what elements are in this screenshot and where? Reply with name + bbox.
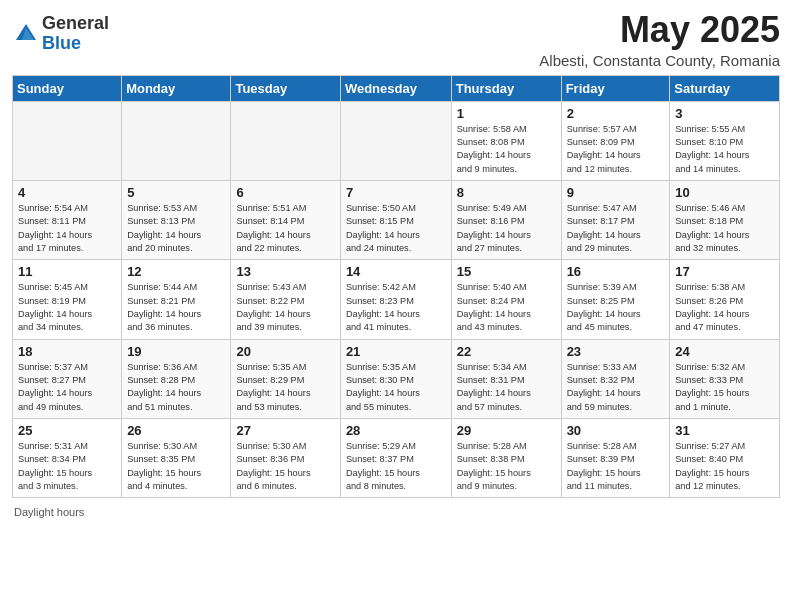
calendar-cell: 20Sunrise: 5:35 AM Sunset: 8:29 PM Dayli… (231, 339, 340, 418)
calendar-cell: 30Sunrise: 5:28 AM Sunset: 8:39 PM Dayli… (561, 419, 670, 498)
day-number: 15 (457, 264, 556, 279)
day-number: 7 (346, 185, 446, 200)
day-info: Sunrise: 5:35 AM Sunset: 8:30 PM Dayligh… (346, 361, 446, 414)
calendar-cell: 19Sunrise: 5:36 AM Sunset: 8:28 PM Dayli… (122, 339, 231, 418)
day-info: Sunrise: 5:33 AM Sunset: 8:32 PM Dayligh… (567, 361, 665, 414)
calendar-cell: 17Sunrise: 5:38 AM Sunset: 8:26 PM Dayli… (670, 260, 780, 339)
day-number: 18 (18, 344, 116, 359)
weekday-header-sunday: Sunday (13, 75, 122, 101)
calendar-cell: 12Sunrise: 5:44 AM Sunset: 8:21 PM Dayli… (122, 260, 231, 339)
calendar-cell: 25Sunrise: 5:31 AM Sunset: 8:34 PM Dayli… (13, 419, 122, 498)
day-info: Sunrise: 5:45 AM Sunset: 8:19 PM Dayligh… (18, 281, 116, 334)
day-number: 20 (236, 344, 334, 359)
footer: Daylight hours (12, 506, 780, 518)
day-number: 29 (457, 423, 556, 438)
calendar-cell (122, 101, 231, 180)
day-info: Sunrise: 5:31 AM Sunset: 8:34 PM Dayligh… (18, 440, 116, 493)
page-header: General Blue May 2025 Albesti, Constanta… (12, 10, 780, 69)
day-info: Sunrise: 5:40 AM Sunset: 8:24 PM Dayligh… (457, 281, 556, 334)
weekday-header-wednesday: Wednesday (340, 75, 451, 101)
calendar-week-3: 11Sunrise: 5:45 AM Sunset: 8:19 PM Dayli… (13, 260, 780, 339)
day-info: Sunrise: 5:43 AM Sunset: 8:22 PM Dayligh… (236, 281, 334, 334)
day-info: Sunrise: 5:34 AM Sunset: 8:31 PM Dayligh… (457, 361, 556, 414)
day-info: Sunrise: 5:37 AM Sunset: 8:27 PM Dayligh… (18, 361, 116, 414)
day-info: Sunrise: 5:39 AM Sunset: 8:25 PM Dayligh… (567, 281, 665, 334)
day-number: 30 (567, 423, 665, 438)
logo-text: General Blue (42, 14, 109, 54)
calendar-cell: 29Sunrise: 5:28 AM Sunset: 8:38 PM Dayli… (451, 419, 561, 498)
weekday-header-monday: Monday (122, 75, 231, 101)
day-number: 25 (18, 423, 116, 438)
calendar-cell: 8Sunrise: 5:49 AM Sunset: 8:16 PM Daylig… (451, 180, 561, 259)
day-number: 2 (567, 106, 665, 121)
day-info: Sunrise: 5:28 AM Sunset: 8:39 PM Dayligh… (567, 440, 665, 493)
calendar-cell: 18Sunrise: 5:37 AM Sunset: 8:27 PM Dayli… (13, 339, 122, 418)
calendar-cell: 16Sunrise: 5:39 AM Sunset: 8:25 PM Dayli… (561, 260, 670, 339)
calendar-cell: 6Sunrise: 5:51 AM Sunset: 8:14 PM Daylig… (231, 180, 340, 259)
calendar-cell: 26Sunrise: 5:30 AM Sunset: 8:35 PM Dayli… (122, 419, 231, 498)
calendar-cell (231, 101, 340, 180)
weekday-header-saturday: Saturday (670, 75, 780, 101)
day-number: 5 (127, 185, 225, 200)
logo-icon (12, 20, 40, 48)
day-info: Sunrise: 5:57 AM Sunset: 8:09 PM Dayligh… (567, 123, 665, 176)
calendar-cell: 28Sunrise: 5:29 AM Sunset: 8:37 PM Dayli… (340, 419, 451, 498)
day-number: 26 (127, 423, 225, 438)
weekday-header-tuesday: Tuesday (231, 75, 340, 101)
calendar-cell: 22Sunrise: 5:34 AM Sunset: 8:31 PM Dayli… (451, 339, 561, 418)
day-info: Sunrise: 5:36 AM Sunset: 8:28 PM Dayligh… (127, 361, 225, 414)
calendar-cell: 15Sunrise: 5:40 AM Sunset: 8:24 PM Dayli… (451, 260, 561, 339)
calendar-cell: 31Sunrise: 5:27 AM Sunset: 8:40 PM Dayli… (670, 419, 780, 498)
day-info: Sunrise: 5:35 AM Sunset: 8:29 PM Dayligh… (236, 361, 334, 414)
day-info: Sunrise: 5:32 AM Sunset: 8:33 PM Dayligh… (675, 361, 774, 414)
day-info: Sunrise: 5:46 AM Sunset: 8:18 PM Dayligh… (675, 202, 774, 255)
calendar-cell: 13Sunrise: 5:43 AM Sunset: 8:22 PM Dayli… (231, 260, 340, 339)
day-info: Sunrise: 5:49 AM Sunset: 8:16 PM Dayligh… (457, 202, 556, 255)
day-info: Sunrise: 5:42 AM Sunset: 8:23 PM Dayligh… (346, 281, 446, 334)
calendar-week-5: 25Sunrise: 5:31 AM Sunset: 8:34 PM Dayli… (13, 419, 780, 498)
calendar-cell: 7Sunrise: 5:50 AM Sunset: 8:15 PM Daylig… (340, 180, 451, 259)
day-info: Sunrise: 5:53 AM Sunset: 8:13 PM Dayligh… (127, 202, 225, 255)
day-number: 12 (127, 264, 225, 279)
day-number: 22 (457, 344, 556, 359)
calendar-cell: 1Sunrise: 5:58 AM Sunset: 8:08 PM Daylig… (451, 101, 561, 180)
month-title: May 2025 (539, 10, 780, 50)
calendar-body: 1Sunrise: 5:58 AM Sunset: 8:08 PM Daylig… (13, 101, 780, 498)
day-number: 28 (346, 423, 446, 438)
weekday-header-thursday: Thursday (451, 75, 561, 101)
day-info: Sunrise: 5:27 AM Sunset: 8:40 PM Dayligh… (675, 440, 774, 493)
day-number: 9 (567, 185, 665, 200)
daylight-hours-label: Daylight hours (14, 506, 84, 518)
day-info: Sunrise: 5:55 AM Sunset: 8:10 PM Dayligh… (675, 123, 774, 176)
day-number: 31 (675, 423, 774, 438)
day-number: 11 (18, 264, 116, 279)
day-number: 3 (675, 106, 774, 121)
day-number: 21 (346, 344, 446, 359)
day-number: 6 (236, 185, 334, 200)
day-number: 14 (346, 264, 446, 279)
calendar-cell: 3Sunrise: 5:55 AM Sunset: 8:10 PM Daylig… (670, 101, 780, 180)
logo: General Blue (12, 14, 109, 54)
day-info: Sunrise: 5:30 AM Sunset: 8:35 PM Dayligh… (127, 440, 225, 493)
day-info: Sunrise: 5:38 AM Sunset: 8:26 PM Dayligh… (675, 281, 774, 334)
calendar-cell: 5Sunrise: 5:53 AM Sunset: 8:13 PM Daylig… (122, 180, 231, 259)
calendar-cell (340, 101, 451, 180)
day-info: Sunrise: 5:44 AM Sunset: 8:21 PM Dayligh… (127, 281, 225, 334)
day-number: 16 (567, 264, 665, 279)
calendar-cell: 11Sunrise: 5:45 AM Sunset: 8:19 PM Dayli… (13, 260, 122, 339)
calendar-week-1: 1Sunrise: 5:58 AM Sunset: 8:08 PM Daylig… (13, 101, 780, 180)
day-number: 23 (567, 344, 665, 359)
calendar-cell: 14Sunrise: 5:42 AM Sunset: 8:23 PM Dayli… (340, 260, 451, 339)
day-number: 1 (457, 106, 556, 121)
calendar-week-4: 18Sunrise: 5:37 AM Sunset: 8:27 PM Dayli… (13, 339, 780, 418)
day-info: Sunrise: 5:51 AM Sunset: 8:14 PM Dayligh… (236, 202, 334, 255)
location-subtitle: Albesti, Constanta County, Romania (539, 52, 780, 69)
day-number: 17 (675, 264, 774, 279)
title-block: May 2025 Albesti, Constanta County, Roma… (539, 10, 780, 69)
day-info: Sunrise: 5:54 AM Sunset: 8:11 PM Dayligh… (18, 202, 116, 255)
day-number: 8 (457, 185, 556, 200)
page-container: General Blue May 2025 Albesti, Constanta… (0, 0, 792, 528)
calendar-cell: 23Sunrise: 5:33 AM Sunset: 8:32 PM Dayli… (561, 339, 670, 418)
day-info: Sunrise: 5:28 AM Sunset: 8:38 PM Dayligh… (457, 440, 556, 493)
calendar-cell: 27Sunrise: 5:30 AM Sunset: 8:36 PM Dayli… (231, 419, 340, 498)
